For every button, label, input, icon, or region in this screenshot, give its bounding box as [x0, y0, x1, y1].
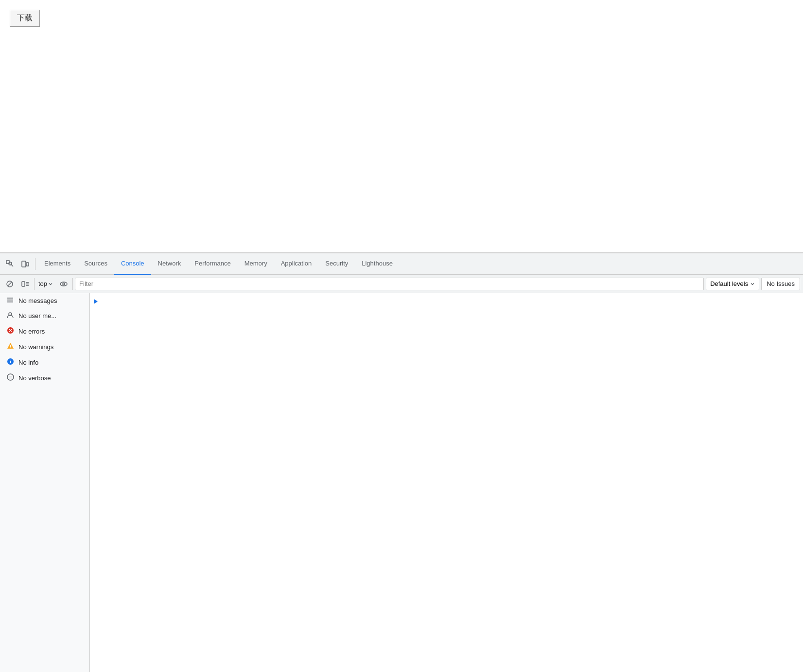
warning-icon — [6, 342, 15, 351]
svg-line-6 — [8, 282, 12, 286]
error-icon — [6, 327, 15, 336]
svg-rect-4 — [26, 263, 29, 266]
context-label: top — [38, 280, 47, 287]
download-button[interactable]: 下载 — [10, 10, 40, 27]
page-content: 下载 — [0, 0, 803, 253]
context-selector[interactable]: top — [36, 279, 55, 288]
tab-sources[interactable]: Sources — [77, 253, 114, 275]
sidebar-item-no-errors[interactable]: No errors — [0, 323, 89, 339]
tab-lighthouse[interactable]: Lighthouse — [355, 253, 400, 275]
tab-security[interactable]: Security — [318, 253, 355, 275]
toolbar-separator-2 — [34, 278, 35, 290]
no-issues-button[interactable]: No Issues — [761, 278, 800, 290]
svg-point-11 — [60, 282, 67, 286]
tab-performance[interactable]: Performance — [188, 253, 237, 275]
svg-rect-7 — [22, 282, 25, 286]
sidebar-item-no-warnings[interactable]: No warnings — [0, 339, 89, 354]
sidebar-item-no-user-messages[interactable]: No user me... — [0, 308, 89, 323]
eye-button[interactable] — [57, 277, 70, 291]
console-sidebar: No messages No user me... — [0, 293, 90, 672]
svg-point-24 — [10, 360, 11, 361]
sidebar-item-no-verbose[interactable]: No verbose — [0, 370, 89, 386]
tab-console[interactable]: Console — [114, 253, 151, 275]
filter-input[interactable] — [75, 278, 704, 290]
tab-application[interactable]: Application — [274, 253, 319, 275]
console-main[interactable] — [90, 293, 803, 672]
svg-point-21 — [10, 347, 11, 348]
sidebar-item-no-info[interactable]: No info — [0, 354, 89, 370]
tab-elements[interactable]: Elements — [37, 253, 77, 275]
svg-point-12 — [63, 283, 65, 285]
console-toolbar: top Default levels No Issues — [0, 275, 803, 293]
sidebar-label-no-messages: No messages — [18, 297, 57, 304]
tab-network[interactable]: Network — [151, 253, 188, 275]
user-icon — [6, 312, 15, 320]
sidebar-label-no-warnings: No warnings — [18, 343, 53, 351]
info-icon — [6, 358, 15, 367]
list-icon — [6, 297, 15, 305]
filter-toggle-button[interactable] — [18, 277, 32, 291]
devtools-panel: Elements Sources Console Network Perform… — [0, 253, 803, 672]
sidebar-item-no-messages[interactable]: No messages — [0, 293, 89, 308]
device-toggle-button[interactable] — [17, 256, 33, 272]
toolbar-separator — [35, 258, 35, 270]
console-body: No messages No user me... — [0, 293, 803, 672]
toolbar-separator-3 — [72, 278, 73, 290]
sidebar-label-no-errors: No errors — [18, 328, 45, 335]
default-levels-label: Default levels — [710, 280, 748, 287]
default-levels-button[interactable]: Default levels — [706, 278, 759, 290]
prompt-chevron-icon — [94, 299, 98, 304]
svg-rect-3 — [22, 261, 26, 267]
tab-memory[interactable]: Memory — [238, 253, 274, 275]
sidebar-label-no-user-messages: No user me... — [18, 312, 56, 319]
clear-console-button[interactable] — [3, 277, 17, 291]
console-prompt — [90, 295, 803, 306]
sidebar-label-no-verbose: No verbose — [18, 374, 51, 382]
sidebar-label-no-info: No info — [18, 359, 38, 366]
inspect-element-button[interactable] — [2, 256, 17, 272]
devtools-tabs-bar: Elements Sources Console Network Perform… — [0, 253, 803, 275]
verbose-icon — [6, 373, 15, 382]
